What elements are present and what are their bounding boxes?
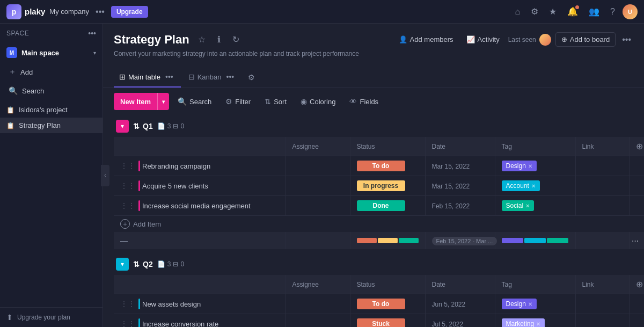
- page-header-top: Strategy Plan ☆ ℹ ↻ 👤 Add members 📈 Acti…: [114, 32, 633, 47]
- user-avatar[interactable]: U: [623, 4, 638, 19]
- status-cell[interactable]: To do: [350, 294, 425, 314]
- tab-kanban[interactable]: ⊟ Kanban •••: [183, 67, 242, 88]
- tag-remove-icon[interactable]: ✕: [528, 301, 532, 307]
- group-q2-expand-button[interactable]: ▾: [116, 258, 129, 271]
- star-icon[interactable]: ★: [546, 4, 560, 19]
- add-item-button-q1[interactable]: ＋ Add Item: [120, 219, 639, 229]
- summary-more-button[interactable]: ⋯: [636, 237, 639, 245]
- kanban-tab-more[interactable]: •••: [224, 71, 237, 82]
- coloring-button[interactable]: ◉ Coloring: [295, 94, 341, 109]
- row-item-name[interactable]: Increase conversion rate: [142, 320, 218, 328]
- tag-badge[interactable]: Marketing ✕: [502, 318, 545, 327]
- date-cell[interactable]: Jul 5, 2022: [425, 314, 495, 328]
- tag-cell[interactable]: Social ✕: [495, 196, 575, 216]
- team-icon[interactable]: 👥: [586, 4, 603, 19]
- tag-cell[interactable]: Design ✕: [495, 294, 575, 314]
- tag-badge[interactable]: Account ✕: [502, 180, 540, 191]
- drag-handle-icon[interactable]: ⋮⋮: [120, 201, 135, 210]
- summary-tag-social: [547, 238, 568, 243]
- link-cell[interactable]: [575, 156, 629, 176]
- home-icon[interactable]: ⌂: [511, 5, 523, 19]
- status-badge[interactable]: To do: [357, 161, 405, 171]
- sidebar-item-add[interactable]: ＋ Add: [2, 63, 100, 81]
- tag-badge[interactable]: Social ✕: [502, 200, 535, 211]
- info-icon[interactable]: ℹ: [214, 32, 224, 47]
- drag-handle-icon[interactable]: ⋮⋮: [120, 162, 135, 170]
- col-header-add[interactable]: ⊕: [629, 137, 644, 156]
- row-item-name[interactable]: Increase social media engagement: [142, 202, 251, 210]
- new-item-dropdown-icon[interactable]: ▾: [158, 95, 169, 108]
- refresh-icon[interactable]: ↻: [229, 32, 243, 47]
- tag-cell[interactable]: Account ✕: [495, 176, 575, 196]
- table-row: ⋮⋮ Acquire 5 new clients In progress Mar…: [114, 176, 644, 196]
- sidebar-menu-icon[interactable]: •••: [88, 29, 96, 38]
- add-column-icon[interactable]: ⊕: [636, 280, 643, 289]
- status-badge[interactable]: Stuck: [357, 318, 405, 327]
- status-cell[interactable]: In progress: [350, 176, 425, 196]
- help-icon[interactable]: ?: [607, 5, 618, 19]
- assignee-cell[interactable]: [286, 156, 350, 176]
- company-menu-button[interactable]: •••: [93, 5, 107, 19]
- add-members-button[interactable]: 👤 Add members: [394, 33, 458, 46]
- fields-button[interactable]: 👁 Fields: [344, 94, 384, 109]
- assignee-cell[interactable]: [286, 314, 350, 328]
- date-cell[interactable]: Feb 15, 2022: [425, 196, 495, 216]
- assignee-cell[interactable]: [286, 294, 350, 314]
- status-cell[interactable]: Stuck: [350, 314, 425, 328]
- group-q1-expand-button[interactable]: ▾: [116, 120, 129, 133]
- main-table-tab-more[interactable]: •••: [163, 71, 175, 82]
- sort-button[interactable]: ⇅ Sort: [259, 94, 292, 109]
- filter-button[interactable]: ⚙ Filter: [220, 94, 256, 109]
- tag-remove-icon[interactable]: ✕: [528, 163, 532, 169]
- upgrade-button[interactable]: Upgrade: [111, 6, 148, 18]
- link-cell[interactable]: [575, 176, 629, 196]
- activity-button[interactable]: 📈 Activity: [462, 33, 504, 46]
- date-cell[interactable]: Mar 15, 2022: [425, 156, 495, 176]
- company-name[interactable]: My company: [49, 8, 89, 16]
- sidebar-collapse-handle[interactable]: ‹: [101, 165, 109, 186]
- tag-cell[interactable]: Marketing ✕: [495, 314, 575, 328]
- app-logo[interactable]: p plaky: [6, 4, 45, 19]
- sidebar-item-search[interactable]: 🔍 Search: [2, 82, 100, 99]
- row-item-name[interactable]: Acquire 5 new clients: [142, 182, 208, 190]
- tag-badge[interactable]: Design ✕: [502, 161, 537, 171]
- tab-main-table[interactable]: ⊞ Main table •••: [114, 67, 181, 88]
- drag-handle-icon[interactable]: ⋮⋮: [120, 300, 135, 308]
- sidebar-item-isidoras-project[interactable]: 📋 Isidora's project: [0, 102, 103, 118]
- status-cell[interactable]: To do: [350, 156, 425, 176]
- col-header-add[interactable]: ⊕: [629, 275, 644, 294]
- link-cell[interactable]: [575, 196, 629, 216]
- tag-remove-icon[interactable]: ✕: [525, 203, 530, 209]
- puzzle-icon[interactable]: ⚙: [528, 4, 541, 19]
- tag-remove-icon[interactable]: ✕: [531, 183, 536, 189]
- status-cell[interactable]: Done: [350, 196, 425, 216]
- assignee-cell[interactable]: [286, 196, 350, 216]
- new-item-button[interactable]: New Item ▾: [114, 93, 169, 110]
- drag-handle-icon[interactable]: ⋮⋮: [120, 181, 135, 190]
- drag-handle-icon[interactable]: ⋮⋮: [120, 319, 135, 327]
- assignee-cell[interactable]: [286, 176, 350, 196]
- row-item-name[interactable]: New assets design: [142, 300, 201, 308]
- page-more-button[interactable]: •••: [620, 33, 633, 47]
- notifications-icon[interactable]: 🔔: [564, 4, 581, 19]
- status-badge[interactable]: In progress: [357, 180, 405, 191]
- date-cell[interactable]: Mar 15, 2022: [425, 176, 495, 196]
- date-cell[interactable]: Jun 5, 2022: [425, 294, 495, 314]
- row-item-name[interactable]: Rebranding campaign: [142, 162, 210, 170]
- status-badge[interactable]: To do: [357, 299, 405, 309]
- bookmark-icon[interactable]: ☆: [195, 32, 209, 47]
- search-button[interactable]: 🔍 Search: [172, 94, 217, 109]
- new-item-label[interactable]: New Item: [114, 94, 157, 110]
- table-settings-icon[interactable]: ⚙: [248, 73, 255, 82]
- add-column-icon[interactable]: ⊕: [636, 142, 643, 151]
- upgrade-plan-button[interactable]: ⬆ Upgrade your plan: [6, 313, 96, 322]
- workspace-item[interactable]: M Main space ▾: [0, 43, 103, 62]
- status-badge[interactable]: Done: [357, 200, 405, 211]
- tag-remove-icon[interactable]: ✕: [536, 321, 540, 327]
- link-cell[interactable]: [575, 314, 629, 328]
- add-to-board-button[interactable]: ⊕ Add to board: [555, 32, 616, 47]
- tag-badge[interactable]: Design ✕: [502, 299, 537, 309]
- tag-cell[interactable]: Design ✕: [495, 156, 575, 176]
- sidebar-item-strategy-plan[interactable]: 📋 Strategy Plan: [0, 118, 103, 133]
- link-cell[interactable]: [575, 294, 629, 314]
